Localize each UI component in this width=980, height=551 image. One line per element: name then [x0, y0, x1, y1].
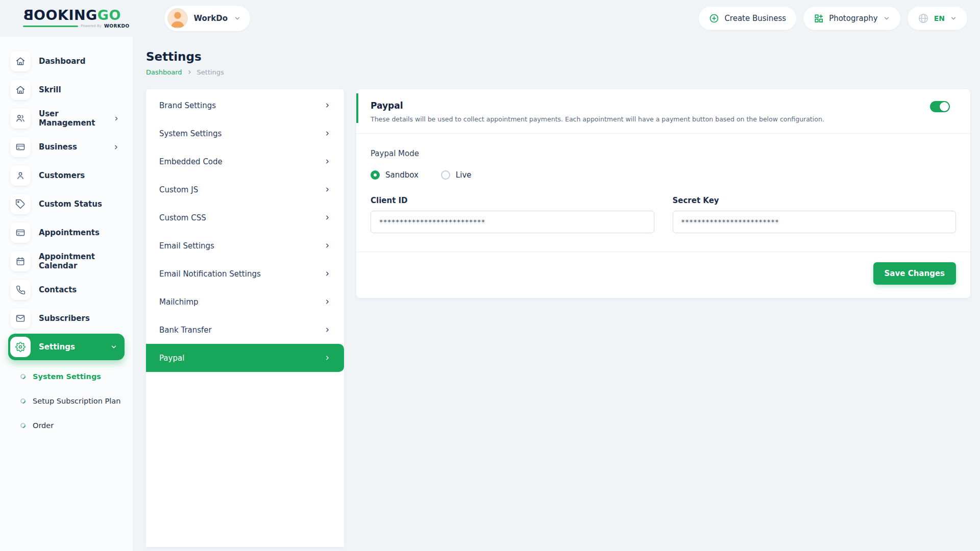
paypal-enabled-toggle[interactable] [930, 101, 950, 112]
panel-description: These details will be used to collect ap… [371, 115, 950, 123]
panel-footer: Save Changes [356, 252, 970, 298]
settings-nav-label: Email Notification Settings [159, 269, 261, 279]
panel-header: Paypal These details will be used to col… [356, 89, 970, 133]
submenu-item-setup-subscription-plan[interactable]: Setup Subscription Plan [20, 389, 133, 413]
top-bar: BOOKINGGO Powered By WORKDO WorkDo Creat… [0, 0, 980, 37]
powered-by-brand: WORKDO [104, 23, 130, 29]
chevron-right-icon [324, 130, 331, 137]
settings-nav-mailchimp[interactable]: Mailchimp [146, 288, 344, 316]
sidebar-item-contacts[interactable]: Contacts [0, 276, 133, 304]
page-title: Settings [146, 50, 970, 63]
radio-option-sandbox[interactable]: Sandbox [371, 170, 419, 180]
settings-nav-email-settings[interactable]: Email Settings [146, 232, 344, 260]
bullet-icon [19, 422, 27, 429]
sidebar: Dashboard Skrill User Management Busines… [0, 37, 133, 551]
app-logo[interactable]: BOOKINGGO Powered By WORKDO [23, 8, 130, 29]
sidebar-item-label: Custom Status [39, 199, 102, 209]
create-business-button[interactable]: Create Business [699, 7, 796, 30]
powered-by-label: Powered By [81, 24, 102, 28]
paypal-mode-options: Sandbox Live [371, 170, 956, 180]
paypal-mode-label: Paypal Mode [371, 149, 956, 158]
settings-nav-label: Brand Settings [159, 101, 216, 110]
chevron-down-icon [883, 15, 890, 22]
main-content: Settings Dashboard Settings Brand Settin… [133, 37, 980, 551]
sidebar-item-customers[interactable]: Customers [0, 161, 133, 190]
submenu-item-label: Setup Subscription Plan [33, 397, 120, 405]
sidebar-item-label: Contacts [39, 285, 77, 294]
user-icon [10, 165, 31, 186]
sidebar-item-label: Customers [39, 171, 85, 180]
breadcrumb-dashboard-link[interactable]: Dashboard [146, 68, 182, 76]
chevron-right-icon [324, 298, 331, 305]
radio-option-label: Sandbox [385, 170, 419, 180]
sidebar-item-business[interactable]: Business [0, 133, 133, 161]
settings-nav-custom-css[interactable]: Custom CSS [146, 204, 344, 232]
chevron-right-icon [324, 327, 331, 333]
sidebar-item-dashboard[interactable]: Dashboard [0, 47, 133, 76]
settings-nav-label: Email Settings [159, 241, 214, 251]
secret-key-input[interactable] [673, 211, 957, 233]
phone-icon [10, 280, 31, 300]
settings-nav-brand-settings[interactable]: Brand Settings [146, 91, 344, 119]
chevron-right-icon [324, 242, 331, 249]
business-selector[interactable]: Photography [803, 7, 900, 30]
chevron-down-icon [234, 15, 241, 22]
settings-nav-system-settings[interactable]: System Settings [146, 119, 344, 147]
sidebar-item-label: Dashboard [39, 57, 85, 66]
toggle-knob [940, 102, 949, 111]
sidebar-item-settings[interactable]: Settings [8, 334, 125, 360]
sidebar-item-subscribers[interactable]: Subscribers [0, 304, 133, 333]
logo-underline [23, 26, 78, 27]
client-id-input[interactable] [371, 211, 654, 233]
sidebar-item-appointment-calendar[interactable]: Appointment Calendar [0, 247, 133, 276]
chevron-right-icon [324, 355, 331, 361]
workspace-avatar [167, 8, 188, 29]
credit-card-icon [10, 137, 31, 157]
sidebar-item-appointments[interactable]: Appointments [0, 218, 133, 247]
sidebar-item-user-management[interactable]: User Management [0, 104, 133, 133]
radio-unchecked-icon[interactable] [441, 170, 450, 180]
sidebar-item-skrill[interactable]: Skrill [0, 76, 133, 104]
settings-nav-label: System Settings [159, 129, 222, 138]
sidebar-item-label: Business [39, 142, 77, 152]
settings-nav-custom-js[interactable]: Custom JS [146, 176, 344, 204]
sidebar-item-custom-status[interactable]: Custom Status [0, 190, 133, 218]
chevron-right-icon [324, 102, 331, 109]
radio-option-label: Live [456, 170, 472, 180]
settings-nav-label: Bank Transfer [159, 325, 212, 335]
workspace-name: WorkDo [194, 14, 228, 23]
chevron-right-icon [324, 186, 331, 193]
plus-circle-icon [709, 13, 719, 23]
create-business-label: Create Business [724, 14, 786, 23]
radio-checked-icon[interactable] [371, 170, 380, 180]
radio-option-live[interactable]: Live [441, 170, 472, 180]
settings-nav-paypal[interactable]: Paypal [146, 344, 344, 372]
submenu-item-order[interactable]: Order [20, 413, 133, 438]
business-selector-label: Photography [829, 14, 878, 23]
breadcrumb: Dashboard Settings [146, 68, 970, 76]
grid-plus-icon [814, 13, 824, 23]
settings-nav-label: Paypal [159, 354, 184, 363]
avatar-person-icon [168, 8, 187, 28]
chevron-right-icon [324, 270, 331, 277]
chevron-right-icon [324, 158, 331, 165]
sidebar-item-label: Skrill [39, 85, 61, 94]
submenu-item-label: System Settings [33, 372, 101, 381]
chevron-down-icon [950, 15, 957, 22]
submenu-item-system-settings[interactable]: System Settings [20, 364, 133, 389]
home-icon [10, 51, 31, 71]
settings-nav-bank-transfer[interactable]: Bank Transfer [146, 316, 344, 344]
settings-nav-card: Brand Settings System Settings Embedded … [146, 89, 344, 547]
paypal-settings-panel: Paypal These details will be used to col… [356, 89, 970, 298]
workspace-switcher[interactable]: WorkDo [164, 6, 250, 31]
logo-wordmark: BOOKINGGO [23, 8, 130, 22]
settings-nav-email-notification-settings[interactable]: Email Notification Settings [146, 260, 344, 288]
save-changes-button[interactable]: Save Changes [873, 262, 956, 285]
settings-submenu: System Settings Setup Subscription Plan … [0, 361, 133, 438]
language-selector[interactable]: EN [908, 7, 967, 30]
client-id-label: Client ID [371, 196, 654, 205]
settings-nav-label: Custom CSS [159, 213, 206, 222]
chevron-down-icon [110, 343, 117, 350]
settings-nav-label: Custom JS [159, 185, 198, 194]
settings-nav-embedded-code[interactable]: Embedded Code [146, 147, 344, 176]
